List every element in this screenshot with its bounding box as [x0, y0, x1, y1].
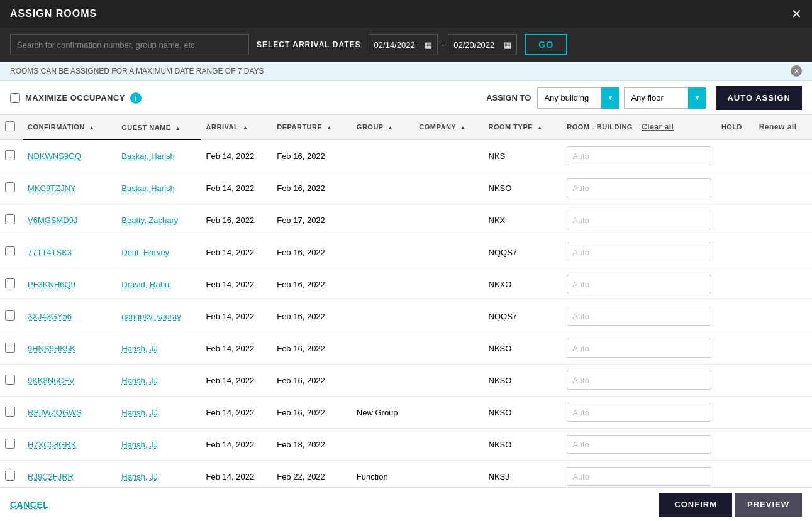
- room-building-cell: [562, 268, 716, 300]
- room-type-cell: NKS: [484, 140, 562, 172]
- row-checkbox[interactable]: [5, 439, 15, 449]
- room-type-cell: NKXO: [484, 268, 562, 300]
- guest-name-cell: Harish, JJ: [116, 429, 201, 461]
- guest-link[interactable]: Dent, Harvey: [121, 248, 169, 257]
- room-input[interactable]: [567, 467, 711, 486]
- clear-all-link[interactable]: Clear all: [642, 123, 674, 131]
- room-input[interactable]: [567, 371, 711, 390]
- room-type-cell: NKSJ: [484, 461, 562, 488]
- row-checkbox[interactable]: [5, 471, 15, 481]
- room-type-cell: NQQS7: [484, 300, 562, 332]
- go-button[interactable]: GO: [525, 34, 567, 55]
- room-type-cell: NKSO: [484, 365, 562, 397]
- hold-cell: [716, 365, 754, 397]
- confirmation-link[interactable]: PF3KNH6Q9: [28, 280, 75, 289]
- room-input[interactable]: [567, 339, 711, 358]
- confirmation-link[interactable]: NDKWNS9GQ: [28, 151, 81, 161]
- row-checkbox[interactable]: [5, 150, 15, 160]
- group-header[interactable]: GROUP ▲: [352, 115, 414, 140]
- renew-cell: [754, 429, 812, 461]
- room-input[interactable]: [567, 211, 711, 229]
- row-checkbox[interactable]: [5, 182, 15, 192]
- row-checkbox[interactable]: [5, 246, 15, 256]
- renew-cell: [754, 204, 812, 236]
- guest-link[interactable]: Dravid, Rahul: [121, 280, 171, 289]
- row-checkbox-cell: [0, 268, 23, 300]
- building-dropdown[interactable]: Any building: [537, 87, 619, 109]
- select-all-checkbox[interactable]: [5, 121, 15, 131]
- room-input[interactable]: [567, 403, 711, 422]
- hold-cell: [716, 397, 754, 429]
- renew-all-header[interactable]: Renew all: [754, 115, 812, 140]
- confirmation-cell: V6MGSMD9J: [23, 204, 116, 236]
- confirmation-link[interactable]: H7XC58GRK: [28, 440, 76, 449]
- table-row: MKC9TZJNY Baskar, Harish Feb 14, 2022 Fe…: [0, 172, 812, 204]
- guest-name-header[interactable]: GUEST NAME ▲: [116, 115, 201, 140]
- confirmation-link[interactable]: 77TT4TSK3: [28, 248, 72, 257]
- confirm-button[interactable]: CONFIRM: [659, 493, 732, 517]
- departure-header[interactable]: DEPARTURE ▲: [272, 115, 352, 140]
- confirmation-header[interactable]: CONFIRMATION ▲: [23, 115, 116, 140]
- room-type-header[interactable]: ROOM TYPE ▲: [484, 115, 562, 140]
- guest-name-cell: Dent, Harvey: [116, 236, 201, 268]
- room-input[interactable]: [567, 275, 711, 293]
- group-cell: [352, 268, 414, 300]
- departure-cell: Feb 16, 2022: [272, 397, 352, 429]
- confirmation-link[interactable]: MKC9TZJNY: [28, 184, 76, 193]
- row-checkbox-cell: [0, 204, 23, 236]
- cancel-button[interactable]: CANCEL: [10, 500, 48, 510]
- row-checkbox-cell: [0, 140, 23, 172]
- guest-link[interactable]: ganguky, saurav: [121, 312, 181, 321]
- arrival-header[interactable]: ARRIVAL ▲: [201, 115, 272, 140]
- room-input[interactable]: [567, 307, 711, 326]
- renew-cell: [754, 332, 812, 365]
- arrival-cell: Feb 14, 2022: [201, 365, 272, 397]
- company-header[interactable]: COMPANY ▲: [414, 115, 483, 140]
- row-checkbox[interactable]: [5, 407, 15, 417]
- guest-link[interactable]: Harish, JJ: [121, 344, 158, 353]
- confirmation-link[interactable]: 3XJ43GY56: [28, 312, 72, 321]
- room-input[interactable]: [567, 178, 711, 197]
- guest-link[interactable]: Harish, JJ: [121, 472, 158, 481]
- arrival-cell: Feb 14, 2022: [201, 172, 272, 204]
- room-input[interactable]: [567, 146, 711, 165]
- preview-button[interactable]: PREVIEW: [735, 493, 802, 517]
- room-building-cell: [562, 172, 716, 204]
- search-input[interactable]: [10, 34, 249, 55]
- info-icon[interactable]: i: [130, 92, 142, 104]
- room-input[interactable]: [567, 435, 711, 454]
- hold-cell: [716, 140, 754, 172]
- floor-dropdown[interactable]: Any floor: [624, 87, 706, 109]
- guest-link[interactable]: Harish, JJ: [121, 440, 158, 449]
- row-checkbox[interactable]: [5, 375, 15, 385]
- row-checkbox[interactable]: [5, 343, 15, 353]
- guest-link[interactable]: Harish, JJ: [121, 408, 158, 417]
- end-date-field[interactable]: 02/20/2022 ▦: [448, 34, 517, 55]
- auto-assign-button[interactable]: AUTO ASSIGN: [716, 86, 802, 110]
- row-checkbox[interactable]: [5, 214, 15, 224]
- room-building-cell: [562, 365, 716, 397]
- close-button[interactable]: ✕: [791, 8, 802, 20]
- row-checkbox[interactable]: [5, 278, 15, 288]
- row-checkbox[interactable]: [5, 310, 15, 321]
- guest-link[interactable]: Harish, JJ: [121, 376, 158, 385]
- confirmation-link[interactable]: 9HNS9HK5K: [28, 344, 75, 353]
- confirmation-link[interactable]: RJ9C2FJRR: [28, 472, 74, 481]
- info-close-button[interactable]: ✕: [791, 65, 802, 77]
- maximize-occupancy-checkbox[interactable]: [10, 93, 20, 103]
- group-cell: [352, 204, 414, 236]
- row-checkbox-cell: [0, 300, 23, 332]
- confirmation-link[interactable]: RBJWZQGWS: [28, 408, 82, 417]
- modal-footer: CANCEL CONFIRM PREVIEW: [0, 487, 812, 521]
- group-cell: [352, 236, 414, 268]
- guest-name-cell: Harish, JJ: [116, 397, 201, 429]
- departure-cell: Feb 17, 2022: [272, 204, 352, 236]
- departure-cell: Feb 16, 2022: [272, 140, 352, 172]
- room-input[interactable]: [567, 243, 711, 261]
- confirmation-link[interactable]: 9KK8N6CFV: [28, 376, 74, 385]
- guest-link[interactable]: Beatty, Zachary: [121, 216, 178, 225]
- guest-link[interactable]: Baskar, Harish: [121, 184, 175, 193]
- confirmation-link[interactable]: V6MGSMD9J: [28, 216, 77, 225]
- guest-link[interactable]: Baskar, Harish: [121, 151, 175, 161]
- start-date-field[interactable]: 02/14/2022 ▦: [369, 34, 438, 55]
